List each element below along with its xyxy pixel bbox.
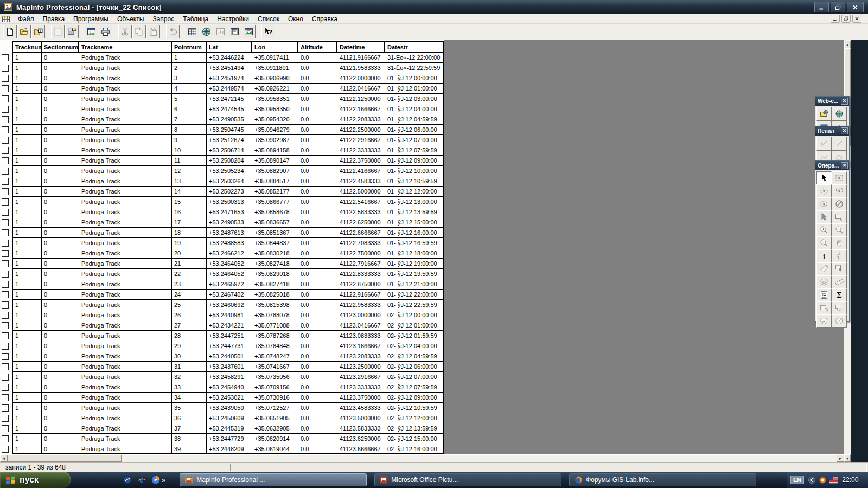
cell[interactable]: 41122.0416667 [337, 84, 385, 94]
toolbar-button-print[interactable] [99, 25, 112, 38]
cell[interactable]: 0 [42, 114, 79, 125]
cell[interactable]: 0 [42, 238, 79, 248]
cell[interactable]: Podruga Track [79, 248, 172, 259]
cell[interactable]: 0 [42, 310, 79, 320]
row-select-checkbox[interactable] [2, 343, 9, 350]
cell[interactable]: 0 [42, 320, 79, 331]
cell[interactable]: 0 [42, 444, 79, 454]
scroll-right-button[interactable]: ► [837, 455, 844, 462]
cell[interactable]: 01- ўJ-12 22:59:59 [385, 300, 443, 310]
menu-item-Окно[interactable]: Окно [284, 15, 308, 23]
cell[interactable]: +35.0958350 [252, 104, 298, 114]
cell[interactable]: 41123.0000000 [337, 310, 385, 320]
cell[interactable]: +53.2451494 [207, 63, 252, 73]
cell[interactable]: Podruga Track [79, 104, 172, 114]
cell[interactable]: 01- ўJ-12 04:59:59 [385, 114, 443, 125]
cell[interactable]: 02- ўJ-12 04:59:59 [385, 351, 443, 362]
cell[interactable]: Podruga Track [79, 73, 172, 84]
cell[interactable]: +35.0866777 [252, 197, 298, 207]
cell[interactable]: 30 [172, 351, 207, 362]
menu-item-Запрос[interactable]: Запрос [148, 15, 178, 23]
menu-item-Таблица[interactable]: Таблица [178, 15, 213, 23]
minimize-button[interactable] [814, 2, 829, 12]
cell[interactable]: 10 [172, 145, 207, 156]
cell[interactable]: 41122.1666667 [337, 104, 385, 114]
cell[interactable]: +53.2440501 [207, 351, 252, 362]
cell[interactable]: 1 [13, 207, 42, 217]
cell[interactable]: 0 [42, 73, 79, 84]
cell[interactable]: 41123.3750000 [337, 393, 385, 403]
menu-item-Справка[interactable]: Справка [308, 15, 342, 23]
horizontal-scroll-thumb[interactable] [8, 455, 122, 462]
cell[interactable]: +35.0954320 [252, 114, 298, 125]
cell[interactable]: Podruga Track [79, 279, 172, 290]
cell[interactable]: Podruga Track [79, 413, 172, 423]
cell[interactable]: +35.0730916 [252, 393, 298, 403]
cell[interactable]: +53.2500313 [207, 197, 252, 207]
cell[interactable]: Podruga Track [79, 331, 172, 341]
cell[interactable]: +35.0884517 [252, 176, 298, 187]
cell[interactable]: 1 [13, 310, 42, 320]
cell[interactable]: 41123.4583333 [337, 403, 385, 413]
cell[interactable]: 11 [172, 156, 207, 166]
cell[interactable]: 0 [42, 393, 79, 403]
cell[interactable]: 1 [13, 166, 42, 176]
cell[interactable]: +35.0852177 [252, 187, 298, 197]
row-select-checkbox[interactable] [2, 363, 9, 370]
cell[interactable]: Podruga Track [79, 259, 172, 269]
cell[interactable]: 01- ўJ-12 16:59:59 [385, 238, 443, 248]
cell[interactable]: 0 [42, 145, 79, 156]
cell[interactable]: 0 [42, 341, 79, 351]
cell[interactable]: 0 [42, 423, 79, 434]
row-select-checkbox[interactable] [2, 353, 9, 360]
horizontal-scrollbar[interactable]: ◄ ► [0, 454, 844, 462]
row-select-checkbox[interactable] [2, 178, 9, 185]
cell[interactable]: 1 [13, 94, 42, 104]
cell[interactable]: +53.2490533 [207, 217, 252, 228]
cell[interactable]: Podruga Track [79, 423, 172, 434]
cell[interactable]: 41122.2083333 [337, 114, 385, 125]
cell[interactable]: 01- ўJ-12 01:00:00 [385, 84, 443, 94]
start-button[interactable]: пуск [0, 472, 71, 488]
cell[interactable]: +35.0926221 [252, 84, 298, 94]
cell[interactable]: 01- ўJ-12 22:00:00 [385, 290, 443, 300]
menu-item-Файл[interactable]: Файл [14, 15, 39, 23]
cell[interactable]: 0 [42, 259, 79, 269]
cell[interactable]: 0.0 [298, 444, 337, 454]
cell[interactable]: 1 [13, 269, 42, 279]
cell[interactable]: Podruga Track [79, 300, 172, 310]
cell[interactable]: +35.0946279 [252, 125, 298, 135]
cell[interactable]: 0.0 [298, 145, 337, 156]
cell[interactable]: +53.2488583 [207, 238, 252, 248]
toolbar-button-open-folder[interactable] [17, 25, 31, 38]
operations-panel-close-icon[interactable]: ✕ [841, 162, 848, 169]
cell[interactable]: +53.2458291 [207, 372, 252, 382]
cell[interactable]: 41122.4166667 [337, 166, 385, 176]
cell[interactable]: 0.0 [298, 238, 337, 248]
cell[interactable]: 31-Ёо«-12 22:00:00 [385, 53, 443, 63]
cell[interactable]: 1 [13, 413, 42, 423]
cell[interactable]: 36 [172, 413, 207, 423]
cell[interactable]: Podruga Track [79, 310, 172, 320]
cell[interactable]: 23 [172, 279, 207, 290]
cell[interactable]: +53.2449574 [207, 84, 252, 94]
cell[interactable]: Podruga Track [79, 320, 172, 331]
cell[interactable]: +35.0836657 [252, 217, 298, 228]
cell[interactable]: 1 [13, 125, 42, 135]
cell[interactable]: Podruga Track [79, 217, 172, 228]
cell[interactable]: +35.0827418 [252, 259, 298, 269]
quicklaunch-ie-icon[interactable]: e [137, 475, 146, 485]
cell[interactable]: 01- ўJ-12 09:00:00 [385, 156, 443, 166]
cell[interactable]: 0 [42, 53, 79, 63]
quicklaunch-wmp-icon[interactable] [151, 475, 161, 485]
cell[interactable]: 0 [42, 248, 79, 259]
cell[interactable]: 1 [13, 259, 42, 269]
cell[interactable]: Podruga Track [79, 135, 172, 145]
cell[interactable]: 41122.7083333 [337, 238, 385, 248]
cell[interactable]: 01- ўJ-12 13:00:00 [385, 197, 443, 207]
column-header-altitude[interactable]: Altitude [298, 42, 337, 53]
row-select-checkbox[interactable] [2, 157, 9, 164]
toolbar-button-new-document[interactable] [3, 25, 17, 38]
cell[interactable]: 1 [13, 300, 42, 310]
cell[interactable]: 35 [172, 403, 207, 413]
